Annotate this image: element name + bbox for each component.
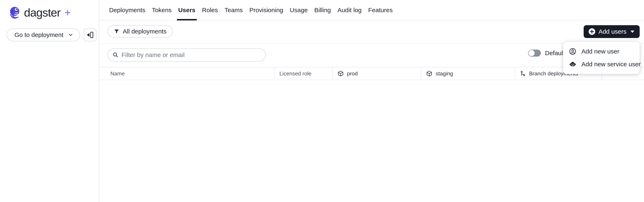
- nav-item-users[interactable]: Users: [178, 0, 195, 20]
- deployment-cube-icon: [426, 70, 432, 77]
- all-deployments-label: All deployments: [123, 28, 166, 35]
- nav-item-roles[interactable]: Roles: [202, 0, 218, 20]
- add-users-dropdown-menu: Add new user Add new service user: [563, 42, 640, 74]
- column-header-name: Name: [99, 67, 274, 80]
- column-label: staging: [436, 70, 453, 77]
- dagster-octopus-icon: [9, 6, 21, 19]
- user-circle-icon: [569, 48, 576, 55]
- go-to-deployment-label: Go to deployment: [14, 31, 64, 38]
- plus-circle-icon: [588, 28, 595, 35]
- caret-down-icon: [630, 30, 634, 33]
- collapse-sidebar-button[interactable]: [84, 28, 96, 41]
- nav-item-billing[interactable]: Billing: [314, 0, 331, 20]
- search-input[interactable]: [108, 48, 266, 62]
- sidebar-controls: Go to deployment: [6, 28, 96, 41]
- search-icon: [112, 52, 119, 58]
- default-toggle-switch[interactable]: [528, 50, 541, 57]
- nav-item-deployments[interactable]: Deployments: [109, 0, 145, 20]
- chevron-down-icon: [68, 32, 73, 38]
- user-search: [108, 48, 266, 62]
- nav-item-audit-log[interactable]: Audit log: [338, 0, 362, 20]
- sidebar-divider: [99, 0, 99, 202]
- menu-item-label: Add new service user: [582, 61, 641, 68]
- nav-item-provisioning[interactable]: Provisioning: [250, 0, 283, 20]
- nav-item-features[interactable]: Features: [368, 0, 393, 20]
- column-header-prod: prod: [332, 67, 421, 80]
- nav-item-tokens[interactable]: Tokens: [152, 0, 172, 20]
- column-label: Licensed role: [280, 70, 312, 77]
- menu-item-add-new-service-user[interactable]: Add new service user: [563, 58, 640, 71]
- column-header-licensed-role: Licensed role: [274, 67, 332, 80]
- add-users-button[interactable]: Add users: [584, 25, 640, 38]
- nav-item-usage[interactable]: Usage: [290, 0, 308, 20]
- column-label: prod: [347, 70, 358, 77]
- deployment-cube-icon: [338, 70, 344, 77]
- go-to-deployment-dropdown[interactable]: Go to deployment: [6, 28, 80, 41]
- logo-plus-sign: +: [64, 7, 71, 18]
- robot-icon: [569, 60, 576, 68]
- toolbar-separator: [99, 43, 644, 44]
- filter-funnel-icon: [114, 28, 120, 34]
- all-deployments-filter-button[interactable]: All deployments: [108, 25, 173, 38]
- toggle-knob: [528, 50, 535, 56]
- default-toggle-label: Default: [545, 50, 565, 57]
- dagster-logo[interactable]: dagster +: [9, 6, 71, 19]
- panel-icon: [90, 32, 93, 38]
- logo-wordmark: dagster: [24, 7, 60, 18]
- users-table-header: Name Licensed role prod staging: [99, 67, 644, 80]
- collapse-left-icon: [87, 33, 90, 37]
- branch-icon: [520, 71, 526, 76]
- org-settings-nav: Deployments Tokens Users Roles Teams Pro…: [99, 0, 644, 20]
- column-label: Name: [110, 70, 125, 77]
- default-toggle-row: Default: [528, 50, 565, 57]
- menu-item-label: Add new user: [582, 48, 619, 55]
- column-header-staging: staging: [421, 67, 514, 80]
- add-users-label: Add users: [598, 28, 626, 35]
- app-root: dagster + Go to deployment Deployments T…: [0, 0, 644, 202]
- menu-item-add-new-user[interactable]: Add new user: [563, 45, 640, 58]
- nav-item-teams[interactable]: Teams: [224, 0, 243, 20]
